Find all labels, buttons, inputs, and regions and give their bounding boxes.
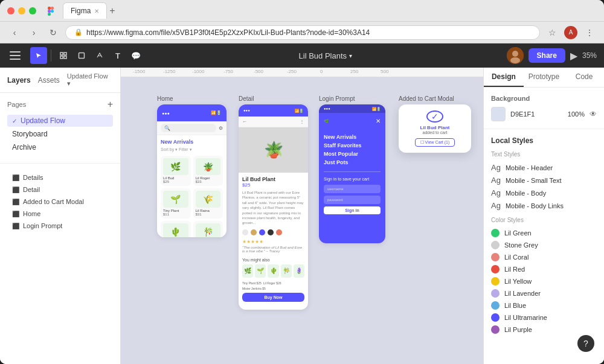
username-input[interactable]: username xyxy=(324,185,381,193)
active-tab[interactable]: Figma ✕ xyxy=(63,2,107,19)
color-option-4[interactable] xyxy=(268,229,274,235)
home-frame-container[interactable]: Home ●●● 📶🔋 🔍 ⚙ xyxy=(157,95,226,237)
background-hex-value[interactable]: D9E1F1 xyxy=(510,110,563,118)
color-style-lil-purple[interactable]: Lil Purple xyxy=(491,324,597,336)
text-tool-button[interactable]: T xyxy=(109,47,126,64)
mini-plant-2[interactable]: 🌱 xyxy=(255,264,266,278)
color-style-lil-green[interactable]: Lil Green xyxy=(491,227,597,239)
cart-frame-container[interactable]: Added to Cart Modal ✓ Lil Bud Plant adde… xyxy=(399,95,471,153)
address-bar[interactable]: 🔒 https://www.figma.com/file/x5VB1P3f0t4… xyxy=(65,25,540,40)
layer-item-details[interactable]: ⬛ Details xyxy=(7,172,113,183)
ruler-mark: -1250 xyxy=(163,69,175,74)
plant-card-4[interactable]: 🌾 Lil Raina $31 xyxy=(193,188,223,219)
search-bar[interactable]: 🔍 xyxy=(161,124,216,132)
background-visibility-button[interactable]: 👁 xyxy=(590,110,597,118)
right-sidebar: Design Prototype Code Background D9E1F1 xyxy=(483,68,604,364)
background-opacity[interactable]: 100% xyxy=(568,110,585,118)
mini-plant-3[interactable]: 🌵 xyxy=(268,264,278,278)
nav-new-arrivals[interactable]: New Arrivals xyxy=(324,134,381,140)
layer-item-added-to-cart[interactable]: ⬛ Added to Cart Modal xyxy=(7,196,113,207)
color-style-stone-grey[interactable]: Stone Grey xyxy=(491,239,597,251)
figma-app-title[interactable]: Lil Bud Plants ▾ xyxy=(149,51,502,60)
color-style-lil-blue[interactable]: Lil Blue xyxy=(491,299,597,311)
forward-button[interactable]: › xyxy=(27,25,41,40)
text-style-mobile-body-links[interactable]: Ag Mobile - Body Links xyxy=(491,199,597,212)
login-frame-container[interactable]: Login Prompt ●●● 📶🔋 🌿 ✕ xyxy=(319,95,385,243)
design-tab[interactable]: Design xyxy=(484,68,524,87)
color-option-1[interactable] xyxy=(242,229,248,235)
mini-plant-1[interactable]: 🌿 xyxy=(242,264,253,278)
reload-button[interactable]: ↻ xyxy=(46,25,60,40)
canvas-area[interactable]: -1500 -1250 -1000 -750 -500 -250 0 250 5… xyxy=(121,68,483,364)
play-button[interactable]: ▶ xyxy=(570,50,577,62)
color-style-lil-lavender[interactable]: Lil Lavender xyxy=(491,287,597,299)
text-style-mobile-small[interactable]: Ag Mobile - Small Text xyxy=(491,174,597,187)
move-tool-button[interactable] xyxy=(30,47,47,64)
view-cart-button[interactable]: ☐ View Cart (1) xyxy=(415,138,455,147)
close-window-button[interactable] xyxy=(7,7,14,14)
color-style-lil-coral[interactable]: Lil Coral xyxy=(491,251,597,263)
back-button[interactable]: ‹ xyxy=(7,25,22,40)
plant-card-5[interactable]: 🌵 Lil Bud $10 xyxy=(161,221,191,237)
mini-plant-5[interactable]: 🪻 xyxy=(294,264,304,278)
minimize-window-button[interactable] xyxy=(18,7,25,14)
search-icon: 🔍 xyxy=(164,126,170,131)
plant-card-6[interactable]: 🎋 Mister Jenkins $18 xyxy=(193,221,223,237)
color-style-lil-ultramarine[interactable]: Lil Ultramarine xyxy=(491,311,597,324)
text-style-mobile-header[interactable]: Ag Mobile - Header xyxy=(491,161,597,174)
plant-card-1[interactable]: 🌿 Lil Bud $25 xyxy=(161,156,191,186)
code-tab[interactable]: Code xyxy=(564,68,604,87)
plant-card-2[interactable]: 🪴 Lil Roger $33 xyxy=(193,156,223,186)
color-option-5[interactable] xyxy=(276,229,282,235)
traffic-lights xyxy=(7,7,36,14)
share-button[interactable]: Share xyxy=(528,48,565,63)
profile-avatar[interactable]: A xyxy=(564,26,577,39)
nav-just-pots[interactable]: Just Pots xyxy=(324,159,381,165)
plant-card-3[interactable]: 🌱 Tiny Plant $11 xyxy=(161,188,191,219)
password-input[interactable]: password xyxy=(324,196,381,204)
frame-tool-button[interactable] xyxy=(55,47,72,64)
svg-rect-1 xyxy=(51,7,54,10)
login-close-button[interactable]: ✕ xyxy=(376,118,381,124)
page-label: Archive xyxy=(12,143,36,152)
layer-item-detail[interactable]: ⬛ Detail xyxy=(7,184,113,195)
home-frame-label: Home xyxy=(157,95,226,102)
layer-item-login-prompt[interactable]: ⬛ Login Prompt xyxy=(7,220,113,231)
text-style-mobile-body[interactable]: Ag Mobile - Body xyxy=(491,187,597,199)
flow-tab[interactable]: Updated Flow ▾ xyxy=(67,72,113,88)
color-style-lil-yellow[interactable]: Lil Yellow xyxy=(491,275,597,287)
add-page-button[interactable]: + xyxy=(108,99,113,110)
figma-menu-button[interactable] xyxy=(7,49,23,62)
page-item-updated-flow[interactable]: ✓ Updated Flow xyxy=(7,115,113,127)
assets-tab[interactable]: Assets xyxy=(38,76,60,85)
layer-item-home[interactable]: ⬛ Home xyxy=(7,208,113,219)
ruler-mark: -500 xyxy=(254,69,263,74)
prototype-tab[interactable]: Prototype xyxy=(524,68,564,87)
background-color-swatch[interactable] xyxy=(491,107,506,121)
comment-tool-button[interactable]: 💬 xyxy=(127,47,144,64)
new-tab-button[interactable]: + xyxy=(109,5,115,16)
more-options-button[interactable]: ⋮ xyxy=(582,25,597,40)
color-option-2[interactable] xyxy=(251,229,257,235)
right-panel-tabs: Design Prototype Code xyxy=(484,68,604,88)
nav-staff-favorites[interactable]: Staff Favorites xyxy=(324,142,381,148)
layers-tab[interactable]: Layers xyxy=(7,76,31,85)
tab-close-button[interactable]: ✕ xyxy=(94,8,99,14)
pen-tool-button[interactable] xyxy=(91,47,108,64)
sign-in-button[interactable]: Sign in xyxy=(324,206,381,214)
buy-now-button[interactable]: Buy Now xyxy=(242,293,304,302)
color-option-3[interactable] xyxy=(259,229,265,235)
bookmark-button[interactable]: ☆ xyxy=(545,25,559,40)
page-item-archive[interactable]: Archive xyxy=(7,141,113,153)
zoom-button[interactable]: 35% xyxy=(582,51,597,60)
back-arrow[interactable]: ← xyxy=(242,119,247,124)
mini-plant-4[interactable]: 🎋 xyxy=(281,264,292,278)
detail-frame-container[interactable]: Detail ●●● 📶🔋 ← ⋮ 🪴 xyxy=(239,95,308,310)
nav-most-popular[interactable]: Most Popular xyxy=(324,151,381,157)
shape-tool-button[interactable] xyxy=(73,47,90,64)
page-item-storyboard[interactable]: Storyboard xyxy=(7,128,113,140)
help-button[interactable]: ? xyxy=(577,335,594,352)
maximize-window-button[interactable] xyxy=(29,7,36,14)
color-style-lil-red[interactable]: Lil Red xyxy=(491,263,597,275)
ruler-horizontal: -1500 -1250 -1000 -750 -500 -250 0 250 5… xyxy=(121,68,483,77)
